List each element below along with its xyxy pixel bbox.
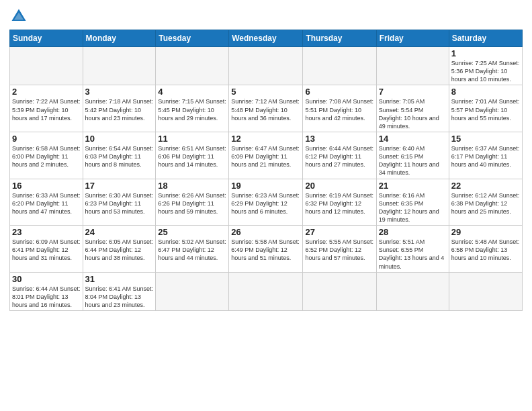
calendar-cell: 10Sunrise: 6:54 AM Sunset: 6:03 PM Dayli… — [83, 132, 156, 179]
week-row-5: 30Sunrise: 6:44 AM Sunset: 8:01 PM Dayli… — [10, 272, 523, 310]
calendar-cell: 28Sunrise: 5:51 AM Sunset: 6:55 PM Dayli… — [376, 226, 449, 273]
day-number: 13 — [305, 134, 373, 144]
week-row-4: 23Sunrise: 6:09 AM Sunset: 6:41 PM Dayli… — [10, 226, 523, 273]
calendar-cell: 21Sunrise: 6:16 AM Sunset: 6:35 PM Dayli… — [376, 179, 449, 226]
day-number: 27 — [305, 227, 373, 237]
calendar-cell: 26Sunrise: 5:58 AM Sunset: 6:49 PM Dayli… — [229, 226, 303, 273]
day-number: 9 — [12, 134, 81, 144]
calendar-cell: 3Sunrise: 7:18 AM Sunset: 5:42 PM Daylig… — [83, 85, 156, 132]
day-number: 11 — [158, 134, 226, 144]
week-row-3: 16Sunrise: 6:33 AM Sunset: 6:20 PM Dayli… — [10, 179, 523, 226]
day-info: Sunrise: 7:05 AM Sunset: 5:54 PM Dayligh… — [379, 97, 447, 130]
calendar-cell: 25Sunrise: 5:02 AM Sunset: 6:47 PM Dayli… — [156, 226, 229, 273]
day-number: 6 — [305, 87, 373, 97]
calendar-cell: 18Sunrise: 6:26 AM Sunset: 6:26 PM Dayli… — [156, 179, 229, 226]
day-info: Sunrise: 5:51 AM Sunset: 6:55 PM Dayligh… — [379, 238, 447, 271]
calendar-cell: 15Sunrise: 6:37 AM Sunset: 6:17 PM Dayli… — [449, 132, 522, 179]
calendar-cell — [303, 47, 376, 85]
calendar-cell: 29Sunrise: 5:48 AM Sunset: 6:58 PM Dayli… — [449, 226, 522, 273]
day-number: 31 — [85, 274, 154, 284]
calendar-cell: 1Sunrise: 7:25 AM Sunset: 5:36 PM Daylig… — [449, 47, 522, 85]
day-info: Sunrise: 6:09 AM Sunset: 6:41 PM Dayligh… — [12, 238, 81, 262]
day-number: 14 — [379, 134, 447, 144]
calendar-cell: 16Sunrise: 6:33 AM Sunset: 6:20 PM Dayli… — [10, 179, 83, 226]
day-number: 25 — [158, 227, 226, 237]
weekday-header-wednesday: Wednesday — [229, 30, 303, 47]
day-number: 30 — [12, 274, 81, 284]
day-number: 7 — [379, 87, 447, 97]
weekday-header-saturday: Saturday — [449, 30, 522, 47]
day-info: Sunrise: 5:48 AM Sunset: 6:58 PM Dayligh… — [451, 238, 520, 262]
day-info: Sunrise: 6:12 AM Sunset: 6:38 PM Dayligh… — [451, 191, 520, 216]
day-info: Sunrise: 7:01 AM Sunset: 5:57 PM Dayligh… — [451, 97, 520, 122]
calendar-cell: 4Sunrise: 7:15 AM Sunset: 5:45 PM Daylig… — [156, 85, 229, 132]
weekday-header-friday: Friday — [376, 30, 449, 47]
day-info: Sunrise: 6:26 AM Sunset: 6:26 PM Dayligh… — [158, 191, 226, 216]
day-info: Sunrise: 7:08 AM Sunset: 5:51 PM Dayligh… — [305, 97, 373, 122]
day-number: 1 — [451, 48, 520, 58]
page: SundayMondayTuesdayWednesdayThursdayFrid… — [0, 0, 532, 411]
day-number: 16 — [12, 181, 81, 191]
day-info: Sunrise: 6:30 AM Sunset: 6:23 PM Dayligh… — [85, 191, 154, 216]
weekday-header-row: SundayMondayTuesdayWednesdayThursdayFrid… — [10, 30, 523, 47]
calendar-cell: 12Sunrise: 6:47 AM Sunset: 6:09 PM Dayli… — [229, 132, 303, 179]
calendar-cell: 19Sunrise: 6:23 AM Sunset: 6:29 PM Dayli… — [229, 179, 303, 226]
day-info: Sunrise: 5:55 AM Sunset: 6:52 PM Dayligh… — [305, 238, 373, 262]
day-number: 8 — [451, 87, 520, 97]
week-row-2: 9Sunrise: 6:58 AM Sunset: 6:00 PM Daylig… — [10, 132, 523, 179]
day-info: Sunrise: 6:54 AM Sunset: 6:03 PM Dayligh… — [85, 144, 154, 169]
day-number: 17 — [85, 181, 154, 191]
day-info: Sunrise: 5:58 AM Sunset: 6:49 PM Dayligh… — [231, 238, 300, 262]
day-info: Sunrise: 6:19 AM Sunset: 6:32 PM Dayligh… — [305, 191, 373, 216]
week-row-0: 1Sunrise: 7:25 AM Sunset: 5:36 PM Daylig… — [10, 47, 523, 85]
day-info: Sunrise: 6:33 AM Sunset: 6:20 PM Dayligh… — [12, 191, 81, 216]
calendar-cell — [229, 47, 303, 85]
calendar-cell: 31Sunrise: 6:41 AM Sunset: 8:04 PM Dayli… — [83, 272, 156, 310]
calendar-cell: 7Sunrise: 7:05 AM Sunset: 5:54 PM Daylig… — [376, 85, 449, 132]
day-info: Sunrise: 7:22 AM Sunset: 5:39 PM Dayligh… — [12, 97, 81, 122]
day-number: 26 — [231, 227, 300, 237]
day-info: Sunrise: 7:25 AM Sunset: 5:36 PM Dayligh… — [451, 59, 520, 83]
calendar-cell: 5Sunrise: 7:12 AM Sunset: 5:48 PM Daylig… — [229, 85, 303, 132]
day-info: Sunrise: 6:40 AM Sunset: 6:15 PM Dayligh… — [379, 144, 447, 177]
calendar-cell — [303, 272, 376, 310]
logo-icon — [9, 7, 28, 26]
day-info: Sunrise: 6:23 AM Sunset: 6:29 PM Dayligh… — [231, 191, 300, 216]
calendar-cell — [449, 272, 522, 310]
day-number: 28 — [379, 227, 447, 237]
calendar-cell — [156, 272, 229, 310]
calendar-cell: 22Sunrise: 6:12 AM Sunset: 6:38 PM Dayli… — [449, 179, 522, 226]
header — [9, 7, 523, 26]
calendar-cell — [376, 272, 449, 310]
day-number: 23 — [12, 227, 81, 237]
calendar-cell: 23Sunrise: 6:09 AM Sunset: 6:41 PM Dayli… — [10, 226, 83, 273]
day-info: Sunrise: 6:51 AM Sunset: 6:06 PM Dayligh… — [158, 144, 226, 169]
calendar-cell: 13Sunrise: 6:44 AM Sunset: 6:12 PM Dayli… — [303, 132, 376, 179]
day-number: 10 — [85, 134, 154, 144]
day-number: 2 — [12, 87, 81, 97]
day-number: 22 — [451, 181, 520, 191]
day-number: 20 — [305, 181, 373, 191]
calendar-cell — [83, 47, 156, 85]
day-info: Sunrise: 5:02 AM Sunset: 6:47 PM Dayligh… — [158, 238, 226, 262]
weekday-header-sunday: Sunday — [10, 30, 83, 47]
weekday-header-thursday: Thursday — [303, 30, 376, 47]
day-number: 19 — [231, 181, 300, 191]
weekday-header-tuesday: Tuesday — [156, 30, 229, 47]
calendar-cell — [376, 47, 449, 85]
calendar-cell: 9Sunrise: 6:58 AM Sunset: 6:00 PM Daylig… — [10, 132, 83, 179]
day-number: 12 — [231, 134, 300, 144]
day-number: 18 — [158, 181, 226, 191]
week-row-1: 2Sunrise: 7:22 AM Sunset: 5:39 PM Daylig… — [10, 85, 523, 132]
calendar-cell: 2Sunrise: 7:22 AM Sunset: 5:39 PM Daylig… — [10, 85, 83, 132]
calendar-cell: 11Sunrise: 6:51 AM Sunset: 6:06 PM Dayli… — [156, 132, 229, 179]
day-number: 21 — [379, 181, 447, 191]
day-number: 29 — [451, 227, 520, 237]
calendar-cell: 27Sunrise: 5:55 AM Sunset: 6:52 PM Dayli… — [303, 226, 376, 273]
calendar: SundayMondayTuesdayWednesdayThursdayFrid… — [9, 30, 523, 311]
calendar-cell — [156, 47, 229, 85]
calendar-cell: 20Sunrise: 6:19 AM Sunset: 6:32 PM Dayli… — [303, 179, 376, 226]
day-info: Sunrise: 6:58 AM Sunset: 6:00 PM Dayligh… — [12, 144, 81, 169]
day-info: Sunrise: 7:12 AM Sunset: 5:48 PM Dayligh… — [231, 97, 300, 122]
day-info: Sunrise: 7:18 AM Sunset: 5:42 PM Dayligh… — [85, 97, 154, 122]
